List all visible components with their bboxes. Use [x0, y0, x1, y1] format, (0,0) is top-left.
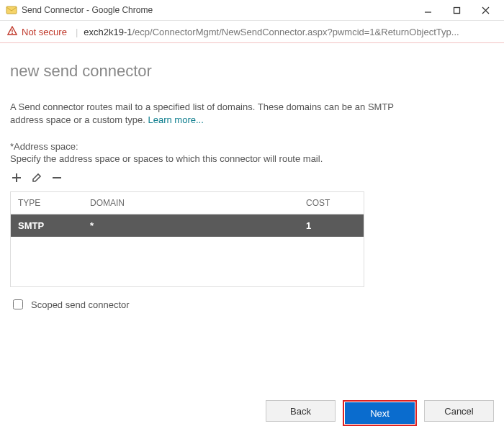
grid-header-row: TYPE DOMAIN COST: [11, 192, 364, 214]
table-row[interactable]: SMTP * 1: [11, 214, 364, 237]
window-minimize-button[interactable]: [413, 1, 442, 19]
row-cost: 1: [299, 214, 364, 237]
address-separator: |: [76, 27, 78, 37]
url-host: exch2k19-1: [84, 27, 132, 37]
scoped-label: Scoped send connector: [31, 299, 130, 310]
back-button[interactable]: Back: [266, 400, 336, 422]
edit-button[interactable]: [30, 171, 43, 184]
window-close-button[interactable]: [471, 1, 500, 19]
grid-toolbar: [10, 171, 494, 184]
grid-body: SMTP * 1: [11, 214, 364, 286]
address-space-subtext: Specify the address space or spaces to w…: [10, 153, 494, 164]
not-secure-icon: [7, 26, 17, 38]
svg-rect-2: [454, 7, 459, 13]
url-path: /ecp/ConnectorMgmt/NewSendConnector.aspx…: [132, 27, 459, 37]
learn-more-link[interactable]: Learn more...: [148, 114, 203, 125]
grid-header-domain[interactable]: DOMAIN: [83, 192, 299, 214]
scoped-send-connector-option[interactable]: Scoped send connector: [10, 297, 494, 312]
window-title: Send Connector - Google Chrome: [22, 5, 413, 15]
wizard-footer: Back Next Cancel: [266, 400, 494, 426]
svg-point-7: [12, 32, 13, 34]
app-icon: [6, 4, 17, 16]
svg-rect-0: [6, 6, 17, 14]
address-space-grid: TYPE DOMAIN COST SMTP * 1: [10, 191, 364, 287]
cancel-button[interactable]: Cancel: [424, 400, 494, 422]
grid-header-type[interactable]: TYPE: [11, 192, 83, 214]
next-button-highlight: Next: [343, 400, 417, 426]
url-display[interactable]: exch2k19-1/ecp/ConnectorMgmt/NewSendConn…: [84, 27, 497, 37]
security-status[interactable]: Not secure: [22, 27, 67, 37]
page-content: new send connector A Send connector rout…: [0, 43, 504, 439]
window-titlebar: Send Connector - Google Chrome: [0, 0, 504, 21]
next-button[interactable]: Next: [345, 402, 415, 424]
window-maximize-button[interactable]: [442, 1, 471, 19]
add-button[interactable]: [10, 171, 23, 184]
remove-button[interactable]: [50, 171, 63, 184]
address-space-heading: *Address space:: [10, 141, 494, 152]
grid-header-cost[interactable]: COST: [299, 192, 364, 214]
page-description: A Send connector routes mail to a specif…: [10, 101, 399, 127]
scoped-checkbox[interactable]: [13, 299, 23, 309]
row-type: SMTP: [11, 214, 83, 237]
page-title: new send connector: [10, 62, 494, 81]
row-domain: *: [83, 214, 299, 237]
browser-address-bar: Not secure | exch2k19-1/ecp/ConnectorMgm…: [0, 21, 504, 43]
